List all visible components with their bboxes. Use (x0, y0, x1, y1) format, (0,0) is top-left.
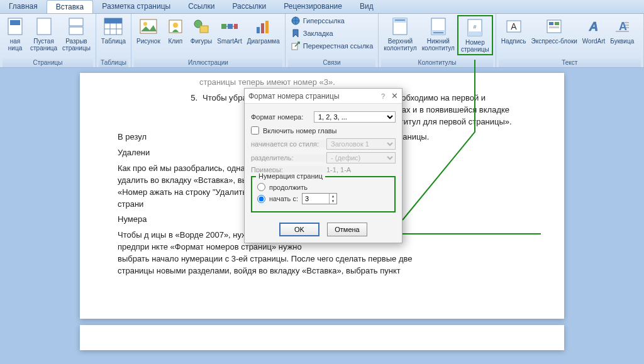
page-number-button[interactable]: #Номер страницы (457, 15, 493, 55)
chapter-style-select: Заголовок 1 (326, 138, 396, 150)
page-numbering-fieldset: Нумерация страниц продолжить начать с: ▲… (251, 176, 396, 212)
dialog-titlebar[interactable]: Формат номера страницы ? ✕ (245, 89, 402, 104)
start-at-radio[interactable] (257, 195, 265, 203)
ok-button[interactable]: OK (279, 223, 319, 236)
group-illustrations: Рисунок Клип Фигуры SmartArt Диаграмма И… (131, 14, 286, 67)
tab-mailings[interactable]: Рассылки (223, 0, 275, 13)
group-text: AНадпись Экспресс-блоки AWordArt AБуквиц… (496, 14, 644, 67)
svg-rect-17 (221, 24, 226, 29)
svg-rect-3 (69, 18, 83, 26)
blank-page-button[interactable]: Пустая страница (28, 15, 60, 53)
group-pages: ная ница Пустая страница Разрыв страницы… (0, 14, 96, 67)
group-links: Гиперссылка Закладка Перекрестная ссылка… (286, 14, 379, 67)
include-chapter-label: Включить номер главы (263, 127, 337, 135)
shapes-button[interactable]: Фигуры (188, 15, 214, 46)
tab-view[interactable]: Вид (351, 0, 382, 13)
wordart-button[interactable]: AWordArt (580, 15, 608, 46)
document-page-next[interactable] (80, 325, 564, 350)
svg-point-12 (143, 22, 147, 26)
svg-rect-18 (228, 24, 233, 29)
cover-page-button[interactable]: ная ница (3, 15, 28, 53)
tab-page-layout[interactable]: Разметка страницы (93, 0, 179, 13)
separator-select: - (дефис) (326, 152, 396, 163)
separator-label: разделитель: (251, 154, 326, 162)
dropcap-button[interactable]: AБуквица (608, 15, 636, 46)
textbox-button[interactable]: AНадпись (499, 15, 529, 46)
svg-rect-2 (37, 18, 51, 35)
cancel-button[interactable]: Отмена (327, 223, 367, 236)
table-button[interactable]: Таблица (99, 15, 128, 46)
svg-rect-39 (549, 26, 559, 28)
svg-rect-20 (257, 27, 260, 33)
tab-home[interactable]: Главная (0, 0, 47, 13)
bookmark-button[interactable]: Закладка (288, 28, 376, 39)
chart-button[interactable]: Диаграмма (245, 15, 282, 46)
ribbon-tabs: Главная Вставка Разметка страницы Ссылки… (0, 0, 644, 14)
quick-parts-button[interactable]: Экспресс-блоки (529, 15, 580, 46)
svg-text:#: # (474, 24, 477, 30)
group-header-footer: Верхний колонтитул Нижний колонтитул #Но… (379, 14, 496, 67)
spin-up[interactable]: ▲ (330, 194, 336, 199)
svg-text:A: A (589, 19, 598, 33)
doc-cut-top: страницы теперь имеют номер «3». (199, 77, 526, 89)
tab-insert[interactable]: Вставка (47, 0, 94, 13)
spin-down[interactable]: ▼ (330, 199, 336, 204)
cross-reference-button[interactable]: Перекрестная ссылка (288, 40, 376, 52)
svg-rect-4 (69, 27, 83, 35)
hyperlink-button[interactable]: Гиперссылка (288, 15, 376, 26)
include-chapter-checkbox[interactable] (251, 126, 259, 135)
header-button[interactable]: Верхний колонтитул (381, 15, 419, 53)
number-format-label: Формат номера: (251, 113, 314, 121)
continue-radio[interactable] (257, 183, 265, 191)
svg-rect-33 (468, 31, 482, 36)
tab-references[interactable]: Ссылки (179, 0, 223, 13)
svg-rect-1 (10, 20, 20, 25)
start-at-label: начать с: (269, 195, 298, 202)
page-numbering-legend: Нумерация страниц (256, 172, 325, 180)
svg-rect-22 (265, 21, 269, 33)
crossref-icon (291, 41, 301, 51)
continue-label: продолжить (269, 184, 308, 191)
bookmark-icon (291, 28, 301, 38)
number-format-select[interactable]: 1, 2, 3, ... (314, 111, 396, 123)
group-tables: Таблица Таблицы (96, 14, 131, 67)
svg-point-14 (173, 23, 178, 28)
list-number: 5. (184, 92, 197, 128)
picture-button[interactable]: Рисунок (134, 15, 163, 46)
smartart-button[interactable]: SmartArt (214, 15, 244, 46)
chapter-style-label: начинается со стиля: (251, 140, 326, 148)
svg-text:A: A (511, 21, 517, 31)
help-button[interactable]: ? (381, 92, 385, 100)
tab-review[interactable]: Рецензирование (275, 0, 351, 13)
clipart-button[interactable]: Клип (163, 15, 188, 46)
svg-rect-10 (104, 18, 122, 23)
group-label-text: Текст (499, 58, 641, 67)
start-at-spinner[interactable]: ▲▼ (302, 193, 337, 204)
group-label-pages: Страницы (3, 58, 93, 67)
globe-icon (291, 16, 301, 26)
svg-rect-19 (234, 24, 238, 29)
dialog-title: Формат номера страницы (248, 92, 381, 101)
examples-value: 1-1, 1-A (326, 166, 396, 174)
svg-rect-38 (555, 22, 559, 25)
page-break-button[interactable]: Разрыв страницы (60, 15, 93, 53)
group-label-links: Связи (288, 58, 376, 67)
footer-button[interactable]: Нижний колонтитул (419, 15, 457, 53)
group-label-tables: Таблицы (99, 58, 128, 67)
svg-rect-37 (549, 22, 553, 25)
ribbon: ная ница Пустая страница Разрыв страницы… (0, 14, 644, 68)
svg-rect-21 (261, 23, 264, 33)
svg-text:A: A (619, 20, 627, 33)
close-button[interactable]: ✕ (391, 91, 398, 101)
group-label-illustrations: Иллюстрации (134, 58, 282, 67)
svg-rect-16 (200, 26, 208, 33)
start-at-input[interactable] (303, 194, 325, 203)
page-number-format-dialog: Формат номера страницы ? ✕ Формат номера… (244, 88, 402, 243)
group-label-header-footer: Колонтитулы (381, 58, 492, 67)
